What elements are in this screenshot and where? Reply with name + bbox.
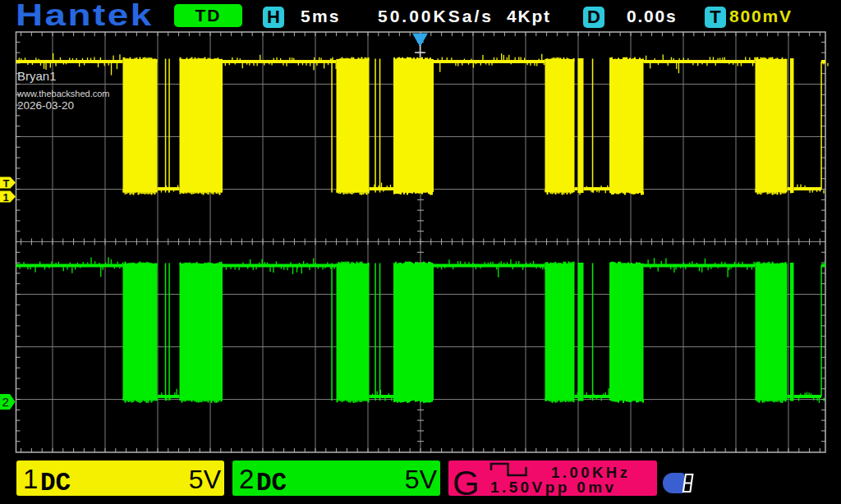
svg-text:2: 2 xyxy=(2,395,9,409)
svg-text:T: T xyxy=(3,177,10,190)
svg-text:1: 1 xyxy=(3,191,9,204)
